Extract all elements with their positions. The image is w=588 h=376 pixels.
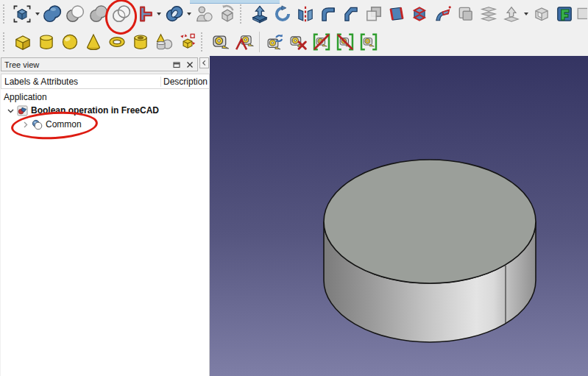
freecad-f-icon — [555, 4, 574, 24]
make-face-icon — [364, 4, 383, 24]
tree-item-common[interactable]: Common — [1, 118, 209, 131]
loft-button[interactable] — [409, 3, 431, 25]
tree-view-panel: Tree view Labels & Attributes Descriptio… — [0, 56, 210, 376]
cross-sections-icon — [479, 4, 498, 24]
boolean-icon — [165, 4, 184, 24]
freecad-document-icon — [17, 105, 28, 116]
toolbar-row-primitives-measure — [0, 28, 588, 56]
chamfer-button[interactable] — [340, 3, 361, 25]
selection-view-button[interactable] — [12, 3, 33, 25]
tree-item-label: Boolean operation in FreeCAD — [31, 105, 159, 116]
measure-toggle-3d-button[interactable] — [311, 31, 333, 53]
builder-icon — [178, 32, 197, 52]
measure-clear-icon — [288, 32, 308, 52]
boolean-cut-button[interactable] — [65, 3, 86, 25]
chamfer-icon — [341, 4, 361, 24]
section-icon — [112, 4, 131, 24]
common-icon — [89, 4, 108, 24]
measure-angular-button[interactable] — [233, 31, 255, 53]
connect-objects-button[interactable] — [133, 3, 155, 25]
union-icon — [43, 4, 62, 24]
toolbar-handle[interactable] — [3, 32, 8, 52]
tree-column-headers: Labels & Attributes Description — [1, 74, 210, 89]
column-description[interactable]: Description — [160, 77, 209, 87]
boolean-common-button[interactable] — [88, 3, 109, 25]
panel-title: Tree view — [4, 60, 39, 69]
column-labels-attributes[interactable]: Labels & Attributes — [1, 77, 160, 87]
primitive-sphere-button[interactable] — [59, 31, 81, 53]
sphere-icon — [60, 32, 79, 52]
extrude-icon — [250, 4, 269, 24]
create-primitives-button[interactable] — [153, 31, 175, 53]
ruled-surface-button[interactable] — [386, 3, 408, 25]
boolean-common-icon — [32, 119, 43, 130]
model-common-result — [210, 56, 588, 376]
make-face-from-wires-button — [364, 3, 385, 25]
measure-toggle-delta-button[interactable] — [334, 31, 356, 53]
dropdown-arrow[interactable] — [34, 3, 41, 25]
measure-linear-button[interactable] — [210, 31, 232, 53]
fillet-button[interactable] — [317, 3, 339, 25]
boolean-operation-button[interactable] — [163, 3, 185, 25]
boolean-section-button[interactable] — [110, 3, 132, 25]
measure-refresh-icon — [265, 32, 284, 52]
toolbar-handle[interactable] — [3, 4, 8, 24]
thickness-icon — [532, 4, 551, 24]
dropdown-arrow[interactable] — [523, 3, 530, 25]
cone-icon — [84, 32, 103, 52]
shape-from-mesh-button[interactable] — [553, 3, 575, 25]
box-icon — [13, 32, 32, 52]
panel-collapse-button[interactable] — [199, 57, 209, 68]
dropdown-arrow[interactable] — [155, 3, 163, 25]
cube-view-icon — [13, 4, 32, 24]
fillet-icon — [319, 4, 338, 24]
tree-body: Application Boolean operation in FreeCAD — [1, 89, 210, 376]
ruled-surface-icon — [387, 4, 406, 24]
revolve-button[interactable] — [272, 3, 293, 25]
tree-view-titlebar[interactable]: Tree view — [1, 57, 198, 71]
toolbar-handle[interactable] — [240, 4, 245, 24]
tree-item-label: Application — [4, 92, 47, 102]
shape-builder-button[interactable] — [177, 31, 199, 53]
float-panel-icon[interactable] — [172, 60, 181, 69]
toolbar-handle[interactable] — [201, 32, 206, 52]
toolbar-separator — [259, 32, 260, 52]
solid-gray-icon — [456, 4, 475, 24]
torus-icon — [107, 32, 127, 52]
3d-viewport[interactable] — [210, 56, 588, 376]
extrude-button[interactable] — [249, 3, 270, 25]
boolean-union-button[interactable] — [42, 3, 63, 25]
common-annotation-circle: Common — [21, 119, 82, 130]
measure-refresh-button[interactable] — [263, 31, 286, 53]
measure-clear-all-button[interactable] — [287, 31, 309, 53]
refine-icon — [218, 4, 237, 24]
sweep-icon — [433, 4, 453, 24]
primitive-box-button[interactable] — [12, 31, 34, 53]
mirror-icon — [296, 4, 315, 24]
primitive-tube-button[interactable] — [130, 31, 152, 53]
dropdown-arrow[interactable] — [185, 3, 193, 25]
toolbar-row-part-tools — [0, 0, 588, 28]
partial-icon — [576, 4, 587, 24]
chevron-right-icon[interactable] — [21, 120, 30, 130]
measure-toggle-all-button[interactable] — [358, 31, 380, 53]
offset-icon — [502, 4, 521, 24]
loft-icon — [410, 4, 429, 24]
cylinder-top-face[interactable] — [324, 160, 536, 283]
tree-item-label: Common — [46, 119, 82, 130]
primitive-cylinder-button[interactable] — [35, 31, 57, 53]
measure-angular-icon — [235, 32, 254, 52]
measure-linear-icon — [211, 32, 230, 52]
measure-toggle-3d-icon — [312, 32, 331, 52]
tree-item-application[interactable]: Application — [1, 91, 209, 104]
chevron-down-icon[interactable] — [6, 106, 15, 116]
close-panel-icon[interactable] — [185, 60, 194, 69]
sweep-button[interactable] — [432, 3, 453, 25]
primitive-cone-button[interactable] — [82, 31, 105, 53]
check-geometry-button — [194, 3, 215, 25]
mirror-button[interactable] — [294, 3, 316, 25]
tree-item-document[interactable]: Boolean operation in FreeCAD — [1, 104, 209, 117]
cut-icon — [65, 4, 85, 24]
primitive-torus-button[interactable] — [106, 31, 128, 53]
measure-toggle-all-icon — [359, 32, 378, 52]
